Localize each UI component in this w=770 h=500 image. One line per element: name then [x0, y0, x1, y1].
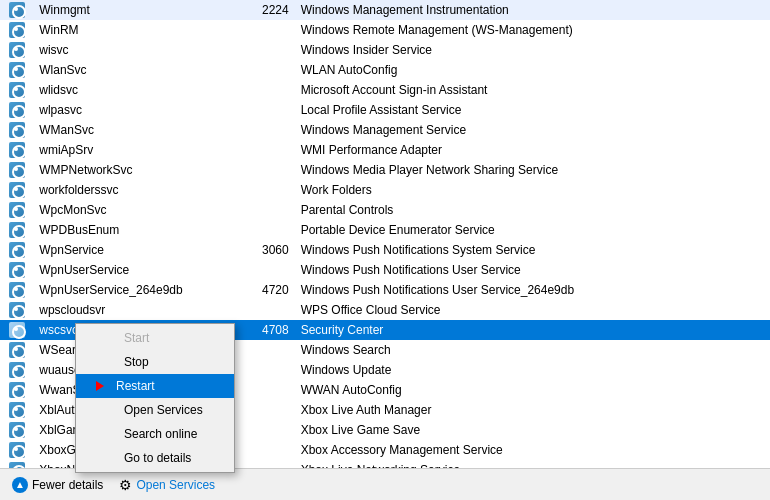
table-row[interactable]: wmiApSrvWMI Performance Adapter: [0, 140, 770, 160]
service-name: wlpasvc: [33, 100, 223, 120]
menu-item-label: Stop: [124, 355, 149, 369]
service-description: Windows Update: [295, 360, 770, 380]
service-icon: [9, 282, 25, 298]
service-description: Windows Push Notifications System Servic…: [295, 240, 770, 260]
service-pid: [223, 20, 294, 40]
service-icon-cell: [0, 420, 33, 440]
table-row[interactable]: WManSvcWindows Management Service: [0, 120, 770, 140]
service-name: WpnUserService: [33, 260, 223, 280]
service-description: Windows Remote Management (WS-Management…: [295, 20, 770, 40]
service-description: Portable Device Enumerator Service: [295, 220, 770, 240]
service-pid: [223, 100, 294, 120]
service-pid: [223, 180, 294, 200]
service-icon-cell: [0, 220, 33, 240]
service-icon-cell: [0, 280, 33, 300]
service-name: wisvc: [33, 40, 223, 60]
service-description: Windows Search: [295, 340, 770, 360]
menu-item-label: Restart: [116, 379, 155, 393]
context-menu-item-start[interactable]: Start: [76, 326, 234, 350]
service-pid: [223, 40, 294, 60]
service-icon-cell: [0, 60, 33, 80]
context-menu-item-restart[interactable]: Restart: [76, 374, 234, 398]
service-description: Windows Push Notifications User Service_…: [295, 280, 770, 300]
service-description: Windows Management Instrumentation: [295, 0, 770, 20]
menu-item-label: Start: [124, 331, 149, 345]
service-name: Winmgmt: [33, 0, 223, 20]
service-description: WWAN AutoConfig: [295, 380, 770, 400]
service-description: WMI Performance Adapter: [295, 140, 770, 160]
arrow-icon: [96, 381, 104, 391]
service-name: WlanSvc: [33, 60, 223, 80]
service-description: Parental Controls: [295, 200, 770, 220]
service-name: WinRM: [33, 20, 223, 40]
table-row[interactable]: WpnUserServiceWindows Push Notifications…: [0, 260, 770, 280]
context-menu: StartStopRestartOpen ServicesSearch onli…: [75, 323, 235, 473]
service-icon: [9, 142, 25, 158]
table-row[interactable]: wlpasvcLocal Profile Assistant Service: [0, 100, 770, 120]
service-name: WMPNetworkSvc: [33, 160, 223, 180]
table-row[interactable]: WPDBusEnumPortable Device Enumerator Ser…: [0, 220, 770, 240]
service-icon: [9, 2, 25, 18]
service-description: WPS Office Cloud Service: [295, 300, 770, 320]
service-pid: [223, 200, 294, 220]
table-row[interactable]: WpnUserService_264e9db4720Windows Push N…: [0, 280, 770, 300]
context-menu-item-stop[interactable]: Stop: [76, 350, 234, 374]
fewer-details-label: Fewer details: [32, 478, 103, 492]
service-name: WpcMonSvc: [33, 200, 223, 220]
service-icon-cell: [0, 240, 33, 260]
service-icon-cell: [0, 320, 33, 340]
service-name: wmiApSrv: [33, 140, 223, 160]
service-icon-cell: [0, 40, 33, 60]
open-services-button[interactable]: ⚙ Open Services: [119, 477, 215, 493]
service-icon: [9, 302, 25, 318]
service-pid: 2224: [223, 0, 294, 20]
service-icon: [9, 62, 25, 78]
service-description: Xbox Accessory Management Service: [295, 440, 770, 460]
service-icon: [9, 262, 25, 278]
table-row[interactable]: Winmgmt2224Windows Management Instrument…: [0, 0, 770, 20]
service-icon-cell: [0, 360, 33, 380]
service-icon-cell: [0, 440, 33, 460]
fewer-details-button[interactable]: ▲ Fewer details: [12, 477, 103, 493]
table-row[interactable]: wpscloudsvrWPS Office Cloud Service: [0, 300, 770, 320]
context-menu-item-search-online[interactable]: Search online: [76, 422, 234, 446]
service-name: wpscloudsvr: [33, 300, 223, 320]
service-icon-cell: [0, 160, 33, 180]
table-row[interactable]: WlanSvcWLAN AutoConfig: [0, 60, 770, 80]
service-pid: [223, 140, 294, 160]
menu-item-label: Search online: [124, 427, 197, 441]
service-icon: [9, 442, 25, 458]
service-icon: [9, 122, 25, 138]
service-icon-cell: [0, 200, 33, 220]
service-icon-cell: [0, 0, 33, 20]
gear-icon: ⚙: [119, 477, 132, 493]
table-row[interactable]: workfolderssvcWork Folders: [0, 180, 770, 200]
context-menu-item-open-services[interactable]: Open Services: [76, 398, 234, 422]
service-icon-cell: [0, 400, 33, 420]
service-description: WLAN AutoConfig: [295, 60, 770, 80]
service-icon-cell: [0, 380, 33, 400]
table-row[interactable]: wlidsvcMicrosoft Account Sign-in Assista…: [0, 80, 770, 100]
service-icon: [9, 162, 25, 178]
context-menu-item-go-to-details[interactable]: Go to details: [76, 446, 234, 470]
table-row[interactable]: WinRMWindows Remote Management (WS-Manag…: [0, 20, 770, 40]
service-icon: [9, 342, 25, 358]
service-description: Windows Push Notifications User Service: [295, 260, 770, 280]
service-pid: [223, 80, 294, 100]
table-row[interactable]: WpcMonSvcParental Controls: [0, 200, 770, 220]
service-name: wlidsvc: [33, 80, 223, 100]
service-icon: [9, 202, 25, 218]
service-icon-cell: [0, 20, 33, 40]
service-icon: [9, 82, 25, 98]
table-row[interactable]: WMPNetworkSvcWindows Media Player Networ…: [0, 160, 770, 180]
service-icon: [9, 182, 25, 198]
service-name: WpnUserService_264e9db: [33, 280, 223, 300]
service-icon: [9, 42, 25, 58]
table-row[interactable]: WpnService3060Windows Push Notifications…: [0, 240, 770, 260]
service-icon-cell: [0, 100, 33, 120]
service-description: Security Center: [295, 320, 770, 340]
service-icon: [9, 242, 25, 258]
table-row[interactable]: wisvcWindows Insider Service: [0, 40, 770, 60]
service-pid: [223, 160, 294, 180]
service-description: Work Folders: [295, 180, 770, 200]
